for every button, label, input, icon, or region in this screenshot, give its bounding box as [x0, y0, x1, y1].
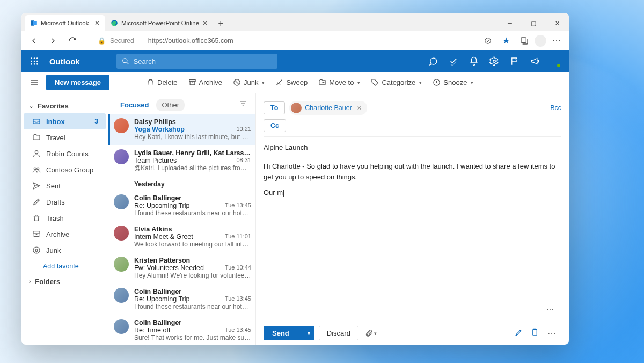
message-preview: Sure! That works for me. Just make sure … — [134, 334, 251, 342]
browser-tab-outlook[interactable]: Microsoft Outlook ✕ — [25, 15, 105, 31]
message-item[interactable]: Daisy PhilipsYoga Workshop10:21Hey Katri… — [108, 114, 255, 145]
folder-junk[interactable]: Junk — [24, 242, 106, 258]
browser-profile[interactable] — [535, 35, 546, 47]
search-input[interactable] — [134, 57, 272, 66]
message-item[interactable]: Colin BallingerRe: Upcoming TripTue 13:4… — [108, 284, 255, 315]
avatar — [114, 288, 129, 303]
todo-icon[interactable] — [444, 52, 463, 70]
new-tab-button[interactable]: + — [213, 16, 228, 31]
message-subject: Fw: Volunteers Needed — [134, 264, 204, 272]
address-bar[interactable]: 🔒 Secured https://outlook.office365.com — [98, 37, 233, 45]
message-from: Daisy Philips — [134, 118, 251, 126]
outlook-favicon — [30, 19, 38, 27]
folders-header[interactable]: ›Folders — [21, 274, 108, 289]
folder-robin-counts[interactable]: Robin Counts — [24, 146, 106, 162]
window-minimize[interactable]: ─ — [498, 15, 522, 31]
message-item[interactable]: Kristen PattersonFw: Volunteers NeededTu… — [108, 252, 255, 284]
archive-button[interactable]: Archive — [185, 76, 226, 89]
message-item[interactable]: Colin BallingerRe: Time offTue 13:45Sure… — [108, 315, 255, 345]
favorite-icon[interactable]: ★ — [498, 33, 514, 49]
message-preview: We look forward to meeting our fall inte… — [134, 241, 251, 248]
flag-icon[interactable] — [506, 52, 524, 70]
folder-trash[interactable]: Trash — [24, 210, 106, 226]
account-presence[interactable] — [546, 52, 565, 70]
compose-body[interactable]: Hi Charlotte - So glad to have you helpi… — [264, 155, 561, 322]
attach-button[interactable]: ▾ — [363, 327, 379, 339]
window-close[interactable]: ✕ — [545, 15, 569, 31]
message-time: Tue 13:45 — [225, 202, 251, 209]
archive-icon — [32, 230, 41, 238]
search-box[interactable] — [116, 54, 277, 69]
browser-toolbar: 🔒 Secured https://outlook.office365.com … — [21, 31, 569, 50]
nav-back[interactable] — [26, 33, 42, 49]
discard-button[interactable]: Discard — [319, 326, 358, 340]
message-time: 08:31 — [236, 157, 251, 164]
folder-contoso-group[interactable]: Contoso Group — [24, 162, 106, 178]
svg-point-6 — [34, 57, 35, 59]
folder-sent[interactable]: Sent — [24, 178, 106, 194]
junk-button[interactable]: Junk▾ — [229, 76, 268, 89]
recipient-chip[interactable]: Charlotte Bauer ✕ — [289, 101, 367, 115]
favorites-header[interactable]: ⌄Favorites — [21, 99, 108, 113]
folder-drafts[interactable]: Drafts — [24, 194, 106, 210]
folder-travel[interactable]: Travel — [24, 129, 106, 146]
tab-close-icon[interactable]: ✕ — [202, 19, 208, 27]
remove-recipient-icon[interactable]: ✕ — [355, 105, 363, 112]
nav-forward[interactable] — [45, 33, 61, 49]
svg-point-13 — [36, 63, 38, 65]
folder-label: Junk — [46, 246, 61, 255]
bcc-button[interactable]: Bcc — [550, 104, 561, 112]
browser-menu-icon[interactable]: ⋯ — [548, 33, 565, 49]
avatar — [114, 194, 129, 209]
add-favorite-link[interactable]: Add favorite — [21, 258, 108, 274]
window-maximize[interactable]: ▢ — [522, 15, 545, 31]
to-button[interactable]: To — [264, 101, 285, 114]
svg-point-5 — [31, 57, 32, 59]
snooze-button[interactable]: Snooze▾ — [429, 76, 477, 89]
chevron-right-icon: › — [29, 279, 31, 285]
delete-button[interactable]: Delete — [143, 76, 181, 89]
sweep-button[interactable]: Sweep — [272, 76, 311, 89]
chat-icon[interactable] — [424, 52, 442, 70]
notifications-icon[interactable] — [465, 52, 483, 70]
tab-close-icon[interactable]: ✕ — [94, 19, 100, 27]
send-options-button[interactable]: │ ▾ — [298, 326, 314, 340]
folder-pane: ⌄Favorites Inbox3TravelRobin CountsConto… — [21, 93, 108, 345]
folder-inbox[interactable]: Inbox3 — [24, 113, 106, 129]
cc-button[interactable]: Cc — [264, 119, 286, 132]
folder-archive[interactable]: Archive — [24, 226, 106, 242]
tracking-prevention-icon[interactable] — [480, 33, 496, 49]
message-subject: Re: Upcoming Trip — [134, 202, 190, 209]
more-footer-icon[interactable]: ⋯ — [543, 326, 561, 340]
message-time: Tue 13:45 — [225, 295, 251, 303]
command-bar: New message Delete Archive Junk▾ Sweep M… — [21, 72, 569, 93]
more-actions-icon[interactable]: ⋯ — [542, 303, 559, 316]
collections-icon[interactable] — [516, 33, 532, 49]
new-message-button[interactable]: New message — [46, 75, 109, 90]
signature-icon[interactable] — [515, 328, 523, 339]
send-button[interactable]: Send — [264, 326, 298, 340]
filter-icon[interactable] — [237, 98, 249, 112]
delete-icon — [147, 78, 155, 86]
search-icon — [122, 57, 129, 65]
tab-other[interactable]: Other — [156, 99, 185, 111]
settings-icon[interactable] — [485, 52, 503, 70]
move-to-button[interactable]: Move to▾ — [314, 76, 364, 89]
chevron-down-icon: ▾ — [262, 80, 265, 85]
megaphone-icon[interactable] — [526, 52, 544, 70]
subject-input[interactable] — [264, 139, 561, 155]
message-item[interactable]: Colin BallingerRe: Upcoming TripTue 13:4… — [108, 190, 255, 221]
nav-refresh[interactable] — [64, 33, 80, 49]
message-item[interactable]: Elvia AtkinsIntern Meet & GreetTue 11:01… — [108, 221, 255, 252]
app-launcher-icon[interactable] — [26, 53, 43, 70]
clipboard-icon[interactable] — [531, 328, 539, 339]
tab-focused[interactable]: Focused — [115, 99, 154, 111]
svg-point-21 — [37, 168, 39, 170]
categorize-button[interactable]: Categorize▾ — [367, 76, 426, 89]
folder-label: Drafts — [46, 198, 65, 206]
message-list-pane: Focused Other Daisy PhilipsYoga Workshop… — [108, 93, 256, 345]
avatar — [291, 103, 302, 113]
message-item[interactable]: Lydia Bauer, Henry Brill, Kat Larsson,Te… — [108, 145, 255, 176]
browser-tab-powerpoint[interactable]: Microsoft PowerPoint Online ✕ — [105, 15, 213, 31]
nav-toggle-icon[interactable] — [26, 74, 43, 91]
